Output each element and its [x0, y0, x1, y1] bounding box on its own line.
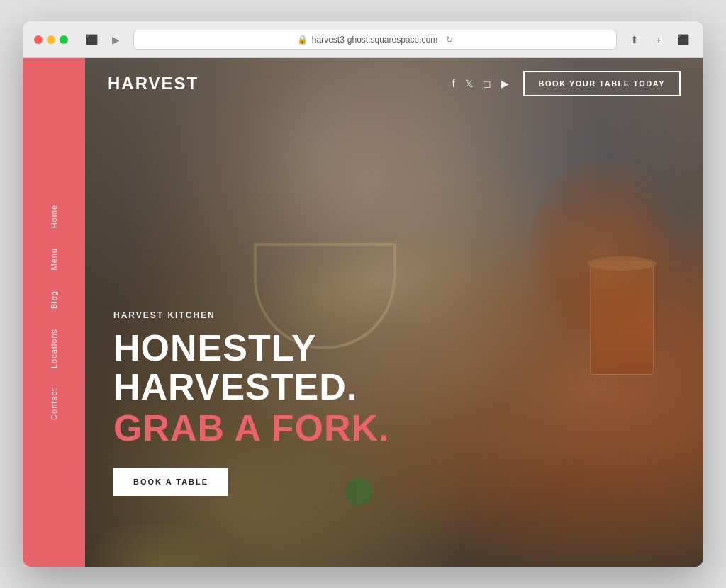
hero-title-line1: HONESTLY: [113, 327, 316, 368]
twitter-icon[interactable]: 𝕏: [465, 78, 473, 89]
tab-overview-button[interactable]: ⬛: [674, 30, 692, 49]
traffic-lights: [34, 35, 68, 44]
browser-nav-controls: ⬛ ▶: [82, 30, 125, 49]
browser-chrome: ⬛ ▶ 🔒 harvest3-ghost.squarespace.com ↻ ⬆…: [23, 21, 703, 58]
fullscreen-button[interactable]: [60, 35, 68, 44]
sidebar-item-locations[interactable]: Locations: [50, 319, 58, 378]
site-logo[interactable]: HARVEST: [108, 74, 452, 94]
back-button[interactable]: ⬛: [82, 30, 101, 49]
new-tab-button[interactable]: +: [649, 30, 668, 49]
forward-button[interactable]: ▶: [106, 30, 125, 49]
youtube-icon[interactable]: ▶: [501, 78, 509, 89]
hero-content: HARVEST KITCHEN HONESTLY HARVESTED. GRAB…: [113, 310, 389, 496]
hero-title-line2: HARVESTED.: [113, 366, 357, 407]
close-button[interactable]: [34, 35, 43, 44]
facebook-icon[interactable]: f: [452, 78, 455, 89]
social-links: f 𝕏 ◻ ▶: [452, 78, 509, 89]
browser-window: ⬛ ▶ 🔒 harvest3-ghost.squarespace.com ↻ ⬆…: [23, 21, 703, 567]
minimize-button[interactable]: [47, 35, 55, 44]
browser-actions: ⬆ + ⬛: [625, 30, 692, 49]
book-table-header-button[interactable]: BOOK YOUR TABLE TODAY: [523, 71, 681, 96]
hero-subtitle: HARVEST KITCHEN: [113, 310, 389, 320]
reload-icon[interactable]: ↻: [446, 35, 453, 45]
sidebar-item-menu[interactable]: Menu: [50, 238, 58, 281]
sidebar-item-home[interactable]: Home: [50, 195, 58, 238]
sidebar-item-blog[interactable]: Blog: [50, 281, 58, 319]
header-right: f 𝕏 ◻ ▶ BOOK YOUR TABLE TODAY: [452, 71, 681, 96]
main-content: HARVEST f 𝕏 ◻ ▶ BOOK YOUR TABLE TODAY HA…: [85, 58, 703, 567]
share-button[interactable]: ⬆: [625, 30, 644, 49]
url-text: harvest3-ghost.squarespace.com: [312, 35, 437, 45]
site-header: HARVEST f 𝕏 ◻ ▶ BOOK YOUR TABLE TODAY: [85, 58, 703, 109]
sidebar-nav: Home Menu Blog Locations Contact: [50, 58, 58, 567]
sidebar-item-contact[interactable]: Contact: [50, 378, 58, 430]
hero-title: HONESTLY HARVESTED.: [113, 329, 389, 406]
lock-icon: 🔒: [297, 35, 308, 45]
book-table-hero-button[interactable]: BOOK A TABLE: [113, 468, 228, 496]
instagram-icon[interactable]: ◻: [483, 78, 491, 89]
hero-title-accent: GRAB A FORK.: [113, 409, 389, 448]
address-bar[interactable]: 🔒 harvest3-ghost.squarespace.com ↻: [133, 30, 617, 50]
sidebar: Home Menu Blog Locations Contact: [23, 58, 85, 567]
website-content: Home Menu Blog Locations Contact: [23, 58, 703, 567]
